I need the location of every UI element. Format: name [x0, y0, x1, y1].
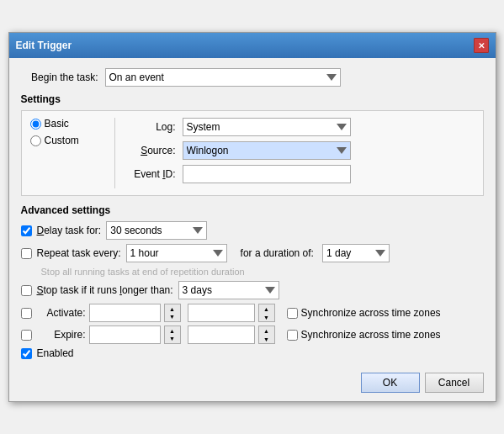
- spin-up-icon: ▲: [169, 328, 175, 334]
- expire-row: Expire: 29/10/2012 ▲ ▼ 10:03:13 AM ▲ ▼ S…: [21, 326, 484, 344]
- stop-longer-row: Stop task if it runs longer than: 3 days: [21, 281, 484, 299]
- spin-down-icon: ▼: [169, 314, 175, 320]
- expire-sync-area: Synchronize across time zones: [287, 329, 441, 341]
- source-row: Source: Winlogon: [124, 141, 475, 160]
- vertical-divider: [114, 118, 115, 188]
- close-button[interactable]: ✕: [474, 38, 489, 53]
- activate-checkbox[interactable]: [21, 308, 32, 319]
- basic-radio[interactable]: [30, 119, 41, 130]
- begin-task-select[interactable]: On an event: [105, 68, 341, 87]
- expire-date-input[interactable]: 29/10/2012: [89, 326, 161, 344]
- stop-longer-label: Stop task if it runs longer than:: [37, 284, 173, 296]
- spin-up-icon: ▲: [263, 306, 269, 312]
- log-row: Log: System: [124, 118, 475, 136]
- expire-checkbox[interactable]: [21, 330, 32, 341]
- radio-group: Basic Custom: [30, 118, 106, 188]
- activate-label: Activate:: [35, 307, 86, 319]
- source-select[interactable]: Winlogon: [183, 141, 351, 160]
- repeat-checkbox[interactable]: [21, 248, 32, 259]
- activate-sync-label: Synchronize across time zones: [301, 307, 441, 319]
- begin-task-row: Begin the task: On an event: [21, 68, 484, 87]
- expire-label: Expire:: [35, 329, 86, 341]
- expire-date-spin[interactable]: ▲ ▼: [164, 326, 181, 344]
- spin-down-icon: ▼: [169, 336, 175, 341]
- activate-date-spin[interactable]: ▲ ▼: [164, 304, 181, 322]
- event-id-label: Event ID:: [124, 168, 183, 180]
- stop-longer-select[interactable]: 3 days: [178, 281, 279, 299]
- repeat-row: Repeat task every: 1 hour for a duration…: [21, 244, 484, 262]
- activate-row: Activate: 29/10/2011 ▲ ▼ 10:03:13 AM ▲ ▼…: [21, 304, 484, 322]
- delay-label: Delay task for:: [37, 225, 102, 236]
- activate-time-spin[interactable]: ▲ ▼: [258, 304, 275, 322]
- source-label: Source:: [124, 145, 183, 156]
- activate-date-input[interactable]: 29/10/2011: [89, 304, 161, 322]
- activate-sync-area: Synchronize across time zones: [287, 307, 441, 319]
- activate-sync-checkbox[interactable]: [287, 308, 298, 319]
- event-id-row: Event ID: 7002: [124, 165, 475, 183]
- settings-group: Basic Custom Log: System: [21, 110, 484, 196]
- settings-inner: Basic Custom Log: System: [30, 118, 475, 188]
- ok-button[interactable]: OK: [361, 373, 420, 393]
- delay-select[interactable]: 30 seconds: [106, 221, 207, 240]
- spin-up-icon: ▲: [263, 328, 269, 334]
- custom-radio-row: Custom: [30, 135, 106, 146]
- button-row: OK Cancel: [21, 368, 484, 393]
- title-bar: Edit Trigger ✕: [9, 33, 496, 58]
- custom-radio[interactable]: [30, 135, 41, 146]
- expire-time-spin[interactable]: ▲ ▼: [258, 326, 275, 344]
- delay-checkbox[interactable]: [21, 225, 32, 236]
- log-select[interactable]: System: [183, 118, 351, 136]
- spin-up-icon: ▲: [169, 306, 175, 312]
- duration-label: for a duration of:: [241, 247, 314, 259]
- expire-time-input[interactable]: 10:03:13 AM: [188, 326, 255, 344]
- spin-down-icon: ▼: [263, 336, 269, 342]
- advanced-section: Advanced settings Delay task for: 30 sec…: [21, 204, 484, 359]
- dialog-title: Edit Trigger: [16, 40, 72, 51]
- enabled-label: Enabled: [37, 347, 74, 359]
- title-bar-controls: ✕: [474, 38, 489, 53]
- basic-radio-row: Basic: [30, 118, 106, 130]
- stop-longer-checkbox[interactable]: [21, 285, 32, 296]
- expire-sync-label: Synchronize across time zones: [301, 329, 441, 341]
- cancel-button[interactable]: Cancel: [425, 373, 484, 393]
- edit-trigger-dialog: Edit Trigger ✕ Begin the task: On an eve…: [8, 32, 496, 402]
- log-label: Log:: [124, 121, 183, 133]
- custom-label: Custom: [45, 135, 79, 146]
- begin-task-label: Begin the task:: [21, 71, 105, 83]
- repeat-select[interactable]: 1 hour: [126, 244, 227, 262]
- dialog-body: Begin the task: On an event Settings Bas…: [9, 58, 496, 401]
- stop-running-text: Stop all running tasks at end of repetit…: [41, 267, 484, 277]
- enabled-checkbox[interactable]: [21, 348, 32, 359]
- activate-time-input[interactable]: 10:03:13 AM: [188, 304, 255, 322]
- basic-label: Basic: [45, 118, 69, 130]
- duration-select[interactable]: 1 day: [322, 244, 390, 262]
- spin-down-icon: ▼: [263, 315, 269, 320]
- advanced-label: Advanced settings: [21, 204, 484, 216]
- event-id-input[interactable]: 7002: [183, 165, 351, 183]
- enabled-row: Enabled: [21, 347, 484, 359]
- log-source-area: Log: System Source: Winlogon Event ID: 7: [124, 118, 475, 188]
- expire-sync-checkbox[interactable]: [287, 330, 298, 341]
- repeat-label: Repeat task every:: [37, 247, 121, 259]
- settings-section-label: Settings: [21, 93, 484, 105]
- delay-row: Delay task for: 30 seconds: [21, 221, 484, 240]
